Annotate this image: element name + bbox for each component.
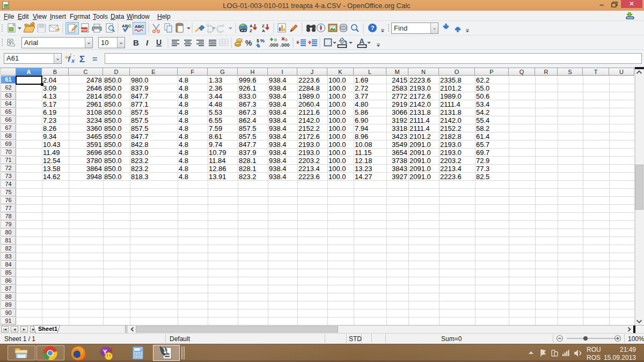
svg-text:B: B: [133, 38, 139, 47]
svg-text:.000: .000: [280, 42, 290, 48]
svg-text:I: I: [146, 38, 149, 47]
svg-text:Z: Z: [250, 28, 252, 33]
svg-text:Σ: Σ: [79, 54, 85, 64]
svg-text:A: A: [262, 28, 265, 33]
svg-text:=: =: [92, 55, 97, 64]
svg-text:f: f: [68, 54, 71, 63]
svg-text:%: %: [245, 39, 252, 47]
svg-text:PDF: PDF: [81, 28, 87, 32]
svg-text:$: $: [257, 38, 259, 43]
svg-text:U: U: [156, 38, 162, 47]
svg-text:0: 0: [274, 38, 277, 42]
svg-text:0: 0: [285, 38, 288, 42]
svg-text:ABC: ABC: [122, 24, 131, 28]
svg-text:?: ?: [371, 25, 375, 31]
svg-text:A: A: [250, 24, 253, 28]
svg-text:ABC: ABC: [135, 24, 144, 29]
svg-text:Z: Z: [262, 24, 265, 28]
svg-text:%: %: [260, 38, 265, 43]
svg-text:.000: .000: [269, 42, 279, 48]
svg-text:x: x: [71, 57, 75, 64]
svg-text:A: A: [359, 37, 364, 46]
